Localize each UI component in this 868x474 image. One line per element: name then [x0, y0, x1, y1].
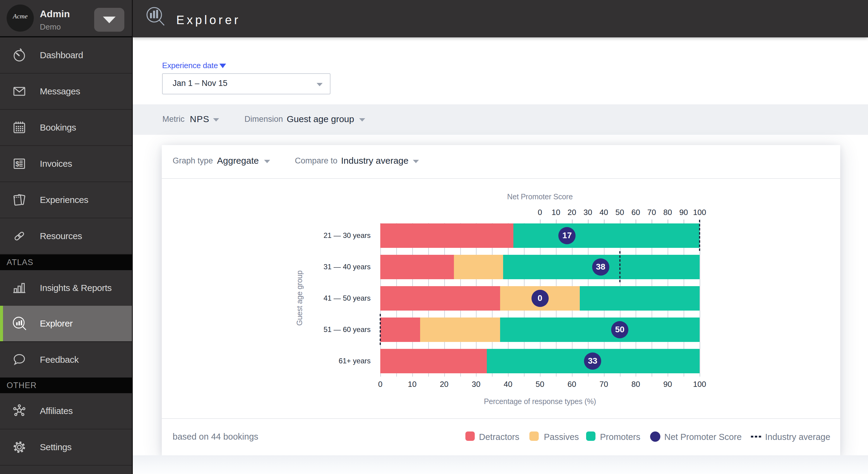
svg-text:$: $	[16, 160, 19, 168]
